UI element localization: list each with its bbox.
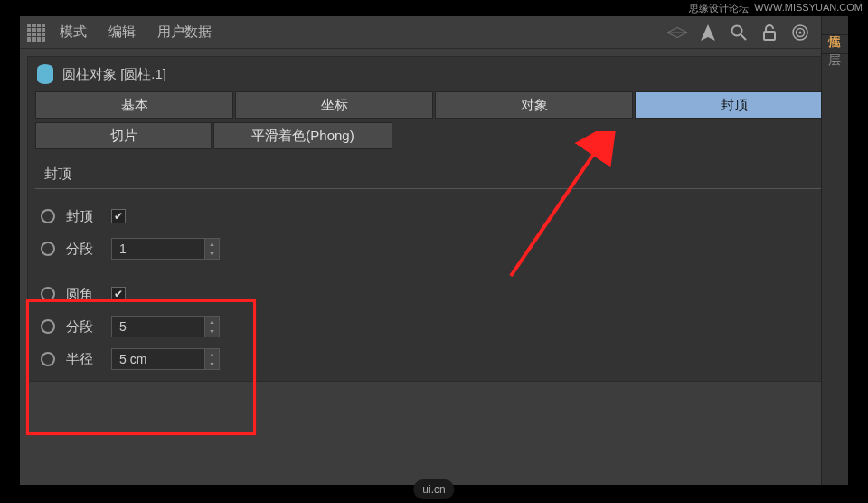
tabs-row1: 基本 坐标 对象 封顶 xyxy=(28,91,840,119)
menu-userdata[interactable]: 用户数据 xyxy=(157,24,212,41)
nav-back-icon[interactable] xyxy=(667,23,687,43)
cylinder-icon xyxy=(37,64,53,84)
seg-value: 1 xyxy=(119,242,127,256)
prop-fillet: 圆角 ✔ xyxy=(41,278,827,310)
sidetab-layers[interactable]: 层 xyxy=(822,35,848,54)
tabs-row2: 切片 平滑着色(Phong) xyxy=(28,122,840,149)
watermark-source: 思缘设计论坛 xyxy=(689,2,749,15)
object-header: 圆柱对象 [圆柱.1] xyxy=(28,57,840,91)
svg-line-1 xyxy=(741,34,746,40)
prop-fillet-seg: 分段 5 ▲▼ xyxy=(41,310,827,343)
svg-rect-2 xyxy=(764,32,775,40)
prop-segments: 分段 1 ▲▼ xyxy=(41,233,827,265)
side-tabs: 属性 层 xyxy=(821,16,848,485)
sidetab-attributes[interactable]: 属性 xyxy=(822,16,848,35)
grid-icon[interactable] xyxy=(27,24,45,42)
watermark-url: WWW.MISSYUAN.COM xyxy=(754,2,863,15)
seg-label: 分段 xyxy=(66,241,111,258)
stepper[interactable]: ▲▼ xyxy=(204,239,219,259)
search-icon[interactable] xyxy=(729,23,749,43)
radio-icon[interactable] xyxy=(41,242,55,256)
tab-object[interactable]: 对象 xyxy=(435,91,633,119)
fillet-seg-label: 分段 xyxy=(66,318,111,336)
prop-caps: 封顶 ✔ xyxy=(41,200,827,233)
radius-label: 半径 xyxy=(66,351,111,368)
radio-icon[interactable] xyxy=(41,287,55,301)
stepper[interactable]: ▲▼ xyxy=(204,349,219,369)
fillet-seg-value: 5 xyxy=(119,319,127,334)
fillet-label: 圆角 xyxy=(66,286,111,303)
fillet-checkbox[interactable]: ✔ xyxy=(111,287,126,301)
radio-icon[interactable] xyxy=(41,209,55,223)
svg-point-0 xyxy=(732,25,742,35)
radio-icon[interactable] xyxy=(41,352,55,366)
menu-edit[interactable]: 编辑 xyxy=(108,24,136,41)
tab-phong[interactable]: 平滑着色(Phong) xyxy=(213,122,392,149)
radio-icon[interactable] xyxy=(41,319,55,334)
tab-coord[interactable]: 坐标 xyxy=(235,91,433,119)
props-area: 封顶 ✔ 分段 1 ▲▼ 圆角 ✔ 分段 5 xyxy=(28,195,840,381)
menubar: 模式 编辑 用户数据 xyxy=(20,16,848,49)
caps-checkbox[interactable]: ✔ xyxy=(111,209,126,223)
caps-label: 封顶 xyxy=(66,208,111,225)
tab-basic[interactable]: 基本 xyxy=(35,91,233,119)
radius-input[interactable]: 5 cm ▲▼ xyxy=(111,348,220,370)
object-title: 圆柱对象 [圆柱.1] xyxy=(62,66,166,83)
attributes-panel: 模式 编辑 用户数据 圆柱对象 [圆柱.1] 基本 坐标 对象 xyxy=(20,16,848,485)
watermark-bottom: ui.cn xyxy=(413,479,454,499)
lock-icon[interactable] xyxy=(760,23,779,43)
tab-caps[interactable]: 封顶 xyxy=(635,91,833,119)
menu-mode[interactable]: 模式 xyxy=(60,24,87,41)
tab-slice[interactable]: 切片 xyxy=(35,122,212,149)
target-icon[interactable] xyxy=(790,23,810,43)
fillet-seg-input[interactable]: 5 ▲▼ xyxy=(111,316,220,337)
seg-input[interactable]: 1 ▲▼ xyxy=(111,238,220,260)
radius-value: 5 cm xyxy=(119,352,146,366)
prop-radius: 半径 5 cm ▲▼ xyxy=(41,343,827,375)
section-caps-title: 封顶 xyxy=(35,155,833,189)
stepper[interactable]: ▲▼ xyxy=(204,317,219,337)
pointer-icon[interactable] xyxy=(698,23,718,43)
svg-point-5 xyxy=(799,31,802,33)
